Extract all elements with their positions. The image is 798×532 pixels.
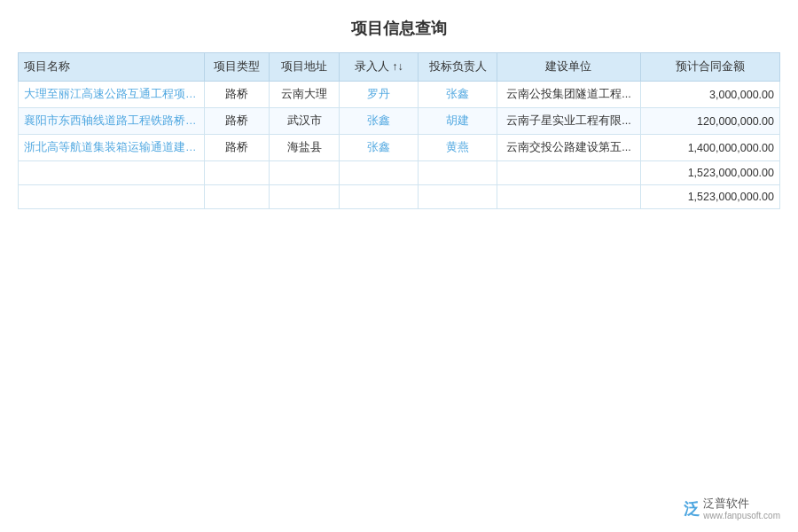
header-builder: 建设单位 (497, 53, 640, 82)
header-name: 项目名称 (19, 53, 205, 82)
cell-amount: 1,400,000,000.00 (640, 135, 780, 161)
cell-amount: 120,000,000.00 (640, 108, 780, 135)
table-row: 襄阳市东西轴线道路工程铁路桥段的路桥武汉市张鑫胡建云南子星实业工程有限...12… (19, 108, 780, 135)
total-amount: 1,523,000,000.00 (640, 185, 780, 209)
cell-project-type: 路桥 (204, 135, 269, 161)
watermark-name: 泛普软件 (703, 497, 780, 511)
watermark-url: www.fanpusoft.com (703, 511, 780, 521)
cell-project-type: 路桥 (204, 82, 269, 108)
watermark: 泛 泛普软件 www.fanpusoft.com (684, 497, 780, 521)
cell-builder: 云南子星实业工程有限... (497, 108, 640, 135)
subtotal-empty-cell (340, 161, 419, 185)
total-empty-cell (270, 185, 340, 209)
total-empty-cell (497, 185, 640, 209)
subtotal-empty-cell (497, 161, 640, 185)
total-row: 1,523,000,000.00 (19, 185, 780, 209)
header-bidder: 投标负责人 (419, 53, 497, 82)
table-header-row: 项目名称 项目类型 项目地址 录入人 ↑↓ 投标负责人 建设单位 预计合同金额 (19, 53, 780, 82)
cell-builder: 云南交投公路建设第五... (497, 135, 640, 161)
page-title: 项目信息查询 (0, 0, 798, 52)
cell-recorder[interactable]: 张鑫 (340, 108, 419, 135)
total-empty-cell (419, 185, 497, 209)
cell-bidder[interactable]: 黄燕 (419, 135, 497, 161)
cell-project-address: 海盐县 (270, 135, 340, 161)
cell-amount: 3,000,000.00 (640, 82, 780, 108)
project-table: 项目名称 项目类型 项目地址 录入人 ↑↓ 投标负责人 建设单位 预计合同金额 … (18, 52, 780, 209)
total-empty-cell (340, 185, 419, 209)
subtotal-empty-cell (204, 161, 269, 185)
cell-project-type: 路桥 (204, 108, 269, 135)
cell-project-address: 云南大理 (270, 82, 340, 108)
cell-bidder[interactable]: 张鑫 (419, 82, 497, 108)
cell-builder: 云南公投集团隧道工程... (497, 82, 640, 108)
cell-bidder[interactable]: 胡建 (419, 108, 497, 135)
header-recorder: 录入人 ↑↓ (340, 53, 419, 82)
total-empty-cell (19, 185, 205, 209)
total-empty-cell (204, 185, 269, 209)
subtotal-amount: 1,523,000,000.00 (640, 161, 780, 185)
header-amount: 预计合同金额 (640, 53, 780, 82)
table-wrapper: 项目名称 项目类型 项目地址 录入人 ↑↓ 投标负责人 建设单位 预计合同金额 … (0, 52, 798, 209)
cell-recorder[interactable]: 罗丹 (340, 82, 419, 108)
cell-project-name[interactable]: 襄阳市东西轴线道路工程铁路桥段的 (19, 108, 205, 135)
cell-project-name[interactable]: 浙北高等航道集装箱运输通道建设工 (19, 135, 205, 161)
header-address: 项目地址 (270, 53, 340, 82)
cell-project-name[interactable]: 大理至丽江高速公路互通工程项目土 (19, 82, 205, 108)
cell-project-address: 武汉市 (270, 108, 340, 135)
watermark-text: 泛普软件 www.fanpusoft.com (703, 497, 780, 521)
header-type: 项目类型 (204, 53, 269, 82)
watermark-icon: 泛 (684, 498, 700, 520)
subtotal-empty-cell (270, 161, 340, 185)
subtotal-row: 1,523,000,000.00 (19, 161, 780, 185)
cell-recorder[interactable]: 张鑫 (340, 135, 419, 161)
table-row: 浙北高等航道集装箱运输通道建设工路桥海盐县张鑫黄燕云南交投公路建设第五...1,… (19, 135, 780, 161)
table-row: 大理至丽江高速公路互通工程项目土路桥云南大理罗丹张鑫云南公投集团隧道工程...3… (19, 82, 780, 108)
subtotal-empty-cell (419, 161, 497, 185)
subtotal-empty-cell (19, 161, 205, 185)
